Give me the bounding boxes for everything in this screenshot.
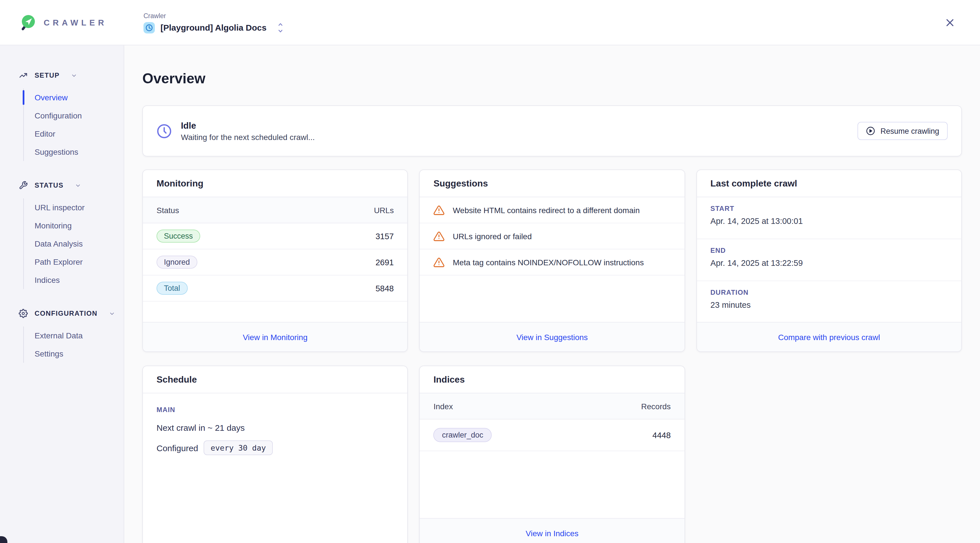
indices-card: Indices Index Records crawler_doc 4448 — [419, 365, 685, 543]
suggestion-item: Meta tag contains NOINDEX/NOFOLLOW instr… — [420, 249, 684, 275]
crawler-selector[interactable]: [Playground] Algolia Docs — [143, 22, 284, 33]
sidebar-item-settings[interactable]: Settings — [24, 345, 124, 363]
suggestion-text: URLs ignored or failed — [453, 232, 532, 241]
breadcrumb: Crawler [Playground] Algolia Docs — [143, 0, 284, 45]
schedule-group-label: MAIN — [156, 406, 394, 414]
table-row: Total 5848 — [143, 275, 407, 302]
table-row: crawler_doc 4448 — [420, 419, 684, 451]
clock-icon — [156, 123, 172, 138]
monitoring-card-title: Monitoring — [156, 178, 203, 189]
sidebar-section-configuration: CONFIGURATION External Data Settings — [19, 306, 124, 363]
last-crawl-duration-row: DURATION 23 minutes — [697, 281, 961, 322]
table-row: Ignored 2691 — [143, 249, 407, 275]
status-badge-success: Success — [156, 230, 200, 243]
sidebar-section-setup-header[interactable]: SETUP — [19, 68, 124, 83]
main-content: Overview Idle Waiting for the next sched… — [124, 45, 980, 543]
sidebar-section-label: CONFIGURATION — [35, 310, 97, 318]
status-badge-ignored: Ignored — [156, 256, 197, 269]
view-in-suggestions-link[interactable]: View in Suggestions — [516, 332, 588, 341]
last-crawl-card-title: Last complete crawl — [710, 178, 797, 189]
crawler-app: CRAWLER Crawler [Playground] Algolia Doc… — [0, 0, 980, 543]
sidebar-item-external-data[interactable]: External Data — [24, 327, 124, 345]
close-icon[interactable] — [945, 17, 955, 28]
suggestion-text: Website HTML contains redirect to a diff… — [453, 205, 640, 214]
index-name-pill: crawler_doc — [434, 428, 492, 442]
sidebar-item-editor[interactable]: Editor — [24, 125, 124, 143]
sidebar-section-setup: SETUP Overview Configuration Editor Sugg… — [19, 68, 124, 161]
sidebar-item-indices[interactable]: Indices — [24, 271, 124, 289]
last-crawl-start-row: START Apr. 14, 2025 at 13:00:01 — [697, 197, 961, 239]
sidebar-section-label: STATUS — [35, 181, 64, 189]
crawl-status-texts: Idle Waiting for the next scheduled craw… — [181, 121, 315, 141]
sidebar: SETUP Overview Configuration Editor Sugg… — [0, 45, 124, 543]
field-label: START — [710, 205, 948, 213]
resume-crawling-label: Resume crawling — [880, 127, 939, 135]
play-circle-icon — [866, 126, 875, 135]
status-badge-total: Total — [156, 282, 188, 295]
chevron-updown-icon — [277, 22, 284, 33]
suggestions-card: Suggestions Website HTML contains redire… — [419, 170, 685, 352]
gear-icon — [19, 309, 28, 318]
sidebar-section-status-header[interactable]: STATUS — [19, 178, 124, 193]
crawler-clock-chip-icon — [143, 22, 155, 33]
indices-card-footer: View in Indices — [420, 518, 684, 543]
sidebar-section-label: SETUP — [35, 71, 60, 79]
schedule-card: Schedule MAIN Next crawl in ~ 21 days Co… — [142, 365, 408, 543]
suggestion-item: URLs ignored or failed — [420, 223, 684, 249]
monitoring-card-footer: View in Monitoring — [143, 322, 407, 351]
resume-crawling-button[interactable]: Resume crawling — [858, 122, 948, 140]
crawler-logo-icon — [21, 14, 36, 32]
indices-table-header: Index Records — [420, 393, 684, 419]
sidebar-item-data-analysis[interactable]: Data Analysis — [24, 235, 124, 253]
sidebar-section-configuration-header[interactable]: CONFIGURATION — [19, 306, 124, 321]
urls-count: 5848 — [375, 284, 394, 293]
breadcrumb-label: Crawler — [143, 12, 284, 19]
schedule-card-title: Schedule — [156, 375, 197, 384]
crawl-status-message: Waiting for the next scheduled crawl... — [181, 132, 315, 141]
compare-previous-crawl-link[interactable]: Compare with previous crawl — [778, 332, 880, 341]
sidebar-item-path-explorer[interactable]: Path Explorer — [24, 253, 124, 271]
topbar: CRAWLER Crawler [Playground] Algolia Doc… — [0, 0, 980, 45]
view-in-monitoring-link[interactable]: View in Monitoring — [243, 332, 307, 341]
crawl-status-state: Idle — [181, 121, 315, 131]
last-crawl-card-header: Last complete crawl — [697, 170, 961, 197]
suggestion-item: Website HTML contains redirect to a diff… — [420, 197, 684, 223]
trending-up-icon — [19, 71, 28, 80]
sidebar-section-status: STATUS URL inspector Monitoring Data Ana… — [19, 178, 124, 289]
monitoring-card-header: Monitoring — [143, 170, 407, 197]
chevron-down-icon — [109, 310, 115, 317]
last-crawl-card: Last complete crawl START Apr. 14, 2025 … — [696, 170, 962, 352]
field-label: DURATION — [710, 289, 948, 297]
crawler-logo: CRAWLER — [21, 0, 107, 45]
urls-count: 3157 — [375, 232, 394, 241]
table-row: Success 3157 — [143, 223, 407, 249]
column-index: Index — [434, 402, 453, 411]
column-status: Status — [156, 205, 179, 214]
configured-label: Configured — [156, 443, 198, 452]
suggestion-text: Meta tag contains NOINDEX/NOFOLLOW instr… — [453, 257, 644, 267]
sidebar-item-overview[interactable]: Overview — [24, 89, 124, 106]
suggestions-card-header: Suggestions — [420, 170, 684, 197]
sidebar-item-monitoring[interactable]: Monitoring — [24, 216, 124, 235]
crawl-status-banner: Idle Waiting for the next scheduled craw… — [142, 105, 962, 156]
chevron-down-icon — [75, 182, 81, 189]
sidebar-item-suggestions[interactable]: Suggestions — [24, 143, 124, 161]
column-records: Records — [641, 402, 671, 411]
field-value: 23 minutes — [710, 300, 948, 310]
crawler-logo-text: CRAWLER — [44, 18, 107, 27]
suggestions-card-title: Suggestions — [434, 178, 488, 189]
last-crawl-card-footer: Compare with previous crawl — [697, 322, 961, 351]
field-label: END — [710, 246, 948, 254]
sidebar-item-url-inspector[interactable]: URL inspector — [24, 198, 124, 216]
field-value: Apr. 14, 2025 at 13:00:01 — [710, 216, 948, 225]
last-crawl-end-row: END Apr. 14, 2025 at 13:22:59 — [697, 239, 961, 281]
view-in-indices-link[interactable]: View in Indices — [526, 529, 579, 538]
indices-card-title: Indices — [434, 375, 465, 384]
schedule-interval-chip: every 30 day — [204, 440, 273, 455]
next-crawl-text: Next crawl in ~ 21 days — [156, 423, 394, 432]
sidebar-item-configuration[interactable]: Configuration — [24, 106, 124, 125]
chevron-down-icon — [71, 72, 77, 78]
warning-triangle-icon — [434, 256, 445, 268]
indices-card-header: Indices — [420, 366, 684, 393]
field-value: Apr. 14, 2025 at 13:22:59 — [710, 259, 948, 268]
